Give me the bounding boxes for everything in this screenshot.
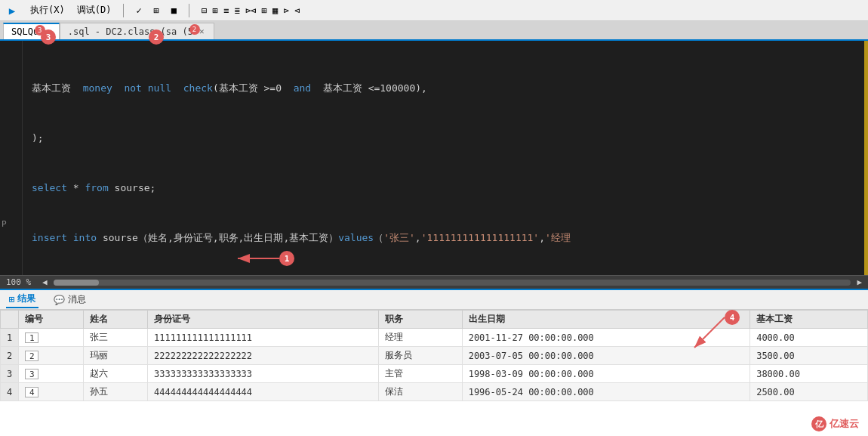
sql-editor-container: 基本工资 money not null check(基本工资 >=0 and 基… — [0, 41, 868, 275]
td-dob-3: 1998-03-09 00:00:00.000 — [462, 365, 750, 383]
td-name-3: 赵六 — [83, 365, 147, 383]
code-line-2: ); — [32, 130, 859, 147]
scroll-right-arrow[interactable]: ▶ — [857, 277, 862, 287]
scroll-left-arrow[interactable]: ◀ — [42, 277, 48, 287]
td-rownum-1: 1 — [1, 329, 19, 347]
td-idnum-1: 111111111111111111 — [148, 329, 379, 347]
td-salary-2: 3500.00 — [750, 347, 868, 365]
td-name-1: 张三 — [83, 329, 147, 347]
results-area: ⊞ 结果 💬 消息 编号 姓名 身份证号 职务 出生日期 基本工 — [0, 289, 868, 436]
th-job: 职务 — [379, 311, 462, 329]
td-rownum-2: 2 — [1, 347, 19, 365]
td-dob-4: 1996-05-24 00:00:00.000 — [462, 383, 750, 401]
results-tab-message[interactable]: 💬 消息 — [51, 292, 89, 308]
stop-btn[interactable]: ■ — [168, 4, 180, 17]
right-indicator — [864, 41, 868, 275]
table-row: 3 3 赵六 333333333333333333 主管 1998-03-09 … — [1, 365, 868, 383]
code-line-3: select * from sourse; — [32, 180, 859, 196]
toolbar: ▶ 执行(X) 调试(D) ✓ ⊞ ■ ⊟ ⊞ ≡ ≣ ⊳⊲ ⊞ ▦ ⊳ ⊲ — [0, 0, 868, 21]
main-area: 基本工资 money not null check(基本工资 >=0 and 基… — [0, 41, 868, 436]
data-table: 编号 姓名 身份证号 职务 出生日期 基本工资 1 1 张三 111111111… — [0, 310, 868, 401]
watermark-icon: 亿 — [811, 416, 826, 431]
execute-label: 执行(X) — [30, 4, 65, 17]
debug-label: 调试(D) — [77, 4, 112, 17]
tab-sql-2[interactable]: .sql - DC2.class (sa (5 2 ✕ — [60, 23, 214, 39]
td-id-1: 1 — [19, 329, 83, 347]
th-salary: 基本工资 — [750, 311, 868, 329]
td-idnum-4: 444444444444444444 — [148, 383, 379, 401]
execute-menu[interactable]: 执行(X) — [27, 2, 68, 18]
th-id: 编号 — [19, 311, 83, 329]
check-icon: ✓ — [136, 5, 141, 16]
line-numbers — [0, 41, 23, 275]
td-rownum-4: 4 — [1, 383, 19, 401]
p-marker: P — [2, 219, 7, 229]
th-name: 姓名 — [83, 311, 147, 329]
td-id-4: 4 — [19, 383, 83, 401]
td-rownum-3: 3 — [1, 365, 19, 383]
annotation-circle-2: 2 — [149, 29, 164, 45]
td-job-3: 主管 — [379, 365, 462, 383]
sql-editor[interactable]: 基本工资 money not null check(基本工资 >=0 and 基… — [0, 41, 868, 275]
results-tab-label-1: 结果 — [17, 292, 35, 305]
message-icon: 💬 — [54, 295, 65, 305]
td-job-1: 经理 — [379, 329, 462, 347]
zoom-level: 100 % — [6, 277, 36, 287]
watermark-text: 亿速云 — [830, 417, 859, 431]
table-row: 4 4 孙五 444444444444444444 保洁 1996-05-24 … — [1, 383, 868, 401]
td-job-4: 保洁 — [379, 383, 462, 401]
data-table-wrapper[interactable]: 编号 姓名 身份证号 职务 出生日期 基本工资 1 1 张三 111111111… — [0, 310, 868, 436]
td-id-3: 3 — [19, 365, 83, 383]
tab-label-2: .sql - DC2.class (sa (5 — [68, 26, 193, 37]
th-idnum: 身份证号 — [148, 311, 379, 329]
td-dob-2: 2003-07-05 00:00:00.000 — [462, 347, 750, 365]
td-salary-4: 2500.00 — [750, 383, 868, 401]
tab-bar: SQLQu 3 ✕ .sql - DC2.class (sa (5 2 ✕ — [0, 21, 868, 41]
grid-icon: ⊞ — [154, 5, 159, 16]
tab-badge-2: 2 — [189, 24, 200, 35]
debug-menu[interactable]: 调试(D) — [74, 2, 115, 18]
td-salary-1: 4000.00 — [750, 329, 868, 347]
play-btn[interactable]: ▶ — [3, 3, 21, 18]
results-tab-label-2: 消息 — [68, 293, 86, 306]
results-tab-table[interactable]: ⊞ 结果 — [6, 291, 38, 308]
watermark: 亿 亿速云 — [811, 416, 859, 431]
check-btn[interactable]: ✓ — [133, 4, 144, 17]
scroll-thumb — [54, 280, 99, 286]
td-dob-1: 2001-11-27 00:00:00.000 — [462, 329, 750, 347]
table-icon: ⊞ — [9, 294, 14, 305]
grid-icon-btn[interactable]: ⊞ — [151, 4, 162, 17]
td-id-2: 2 — [19, 347, 83, 365]
td-name-2: 玛丽 — [83, 347, 147, 365]
td-salary-3: 38000.00 — [750, 365, 868, 383]
divider-2 — [189, 4, 189, 17]
code-line-1: 基本工资 money not null check(基本工资 >=0 and 基… — [32, 80, 859, 97]
th-dob: 出生日期 — [462, 311, 750, 329]
code-area[interactable]: 基本工资 money not null check(基本工资 >=0 and 基… — [23, 41, 868, 275]
layout-icon: ⊟ ⊞ ≡ ≣ ⊳⊲ ⊞ ▦ ⊳ ⊲ — [202, 5, 300, 16]
td-idnum-2: 222222222222222222 — [148, 347, 379, 365]
code-line-4: insert into sourse（姓名,身份证号,职务,出生日期,基本工资）… — [32, 230, 859, 246]
td-idnum-3: 333333333333333333 — [148, 365, 379, 383]
stop-icon: ■ — [171, 5, 177, 16]
table-header-row: 编号 姓名 身份证号 职务 出生日期 基本工资 — [1, 311, 868, 329]
divider-1 — [123, 4, 124, 17]
th-rownum — [1, 311, 19, 329]
td-name-4: 孙五 — [83, 383, 147, 401]
play-icon: ▶ — [6, 5, 18, 17]
table-row: 1 1 张三 111111111111111111 经理 2001-11-27 … — [1, 329, 868, 347]
results-tabs: ⊞ 结果 💬 消息 — [0, 290, 868, 310]
more-icons[interactable]: ⊟ ⊞ ≡ ≣ ⊳⊲ ⊞ ▦ ⊳ ⊲ — [199, 4, 303, 17]
scroll-track[interactable] — [54, 280, 851, 286]
annotation-circle-3: 3 — [41, 29, 56, 45]
scroll-area[interactable]: 100 % ◀ ▶ — [0, 275, 868, 289]
td-job-2: 服务员 — [379, 347, 462, 365]
table-row: 2 2 玛丽 222222222222222222 服务员 2003-07-05… — [1, 347, 868, 365]
